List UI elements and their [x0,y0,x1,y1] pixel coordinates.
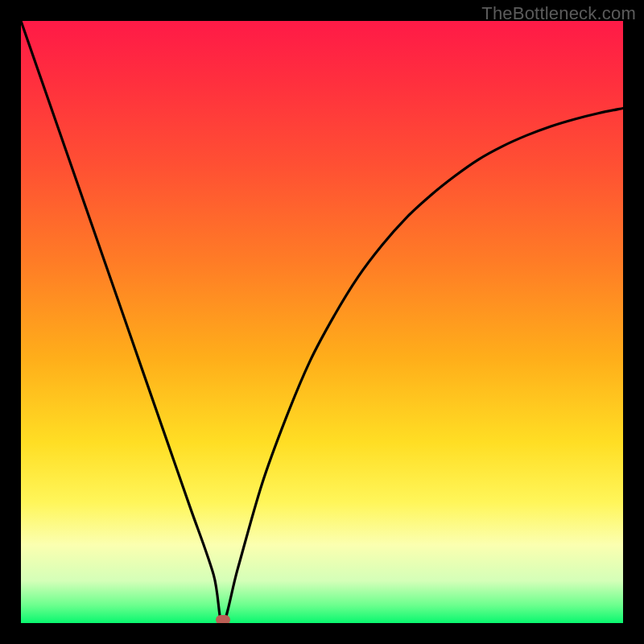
optimal-point-marker [216,615,230,623]
bottleneck-curve [21,21,623,623]
plot-area [21,21,623,623]
chart-frame: TheBottleneck.com [0,0,644,644]
watermark-text: TheBottleneck.com [481,3,636,24]
curve-svg [21,21,623,623]
